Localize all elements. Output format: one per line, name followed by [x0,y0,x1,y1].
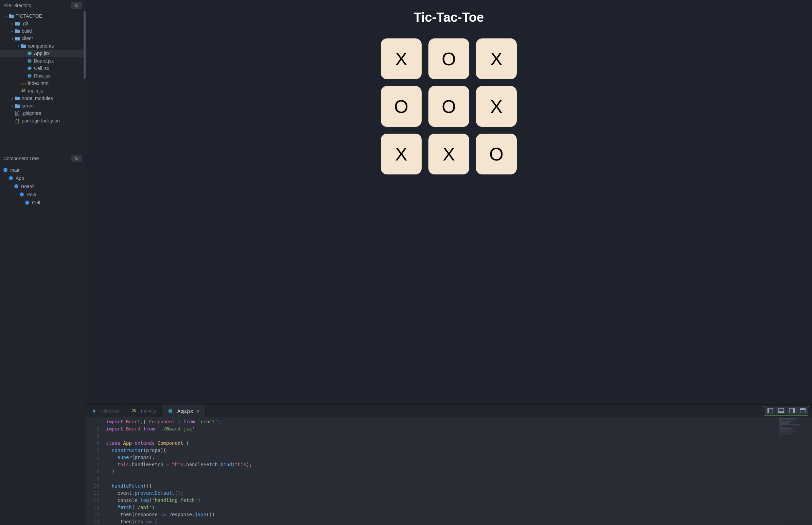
game-cell[interactable]: O [476,134,517,175]
game-cell[interactable]: X [381,39,422,79]
file-tree-item-label: Row.jsx [34,73,50,78]
js-icon: JS [20,89,27,93]
component-tree-item[interactable]: Cell [0,198,85,207]
file-tree-file[interactable]: Board.jsx [0,57,85,65]
file-tree-file[interactable]: App.jsx [0,50,85,57]
editor-section: #style.cssJSmain.jsApp.jsx✕ 123456789101… [85,404,812,525]
file-tree-folder[interactable]: node_modules [0,94,85,102]
file-tree-folder[interactable]: server [0,102,85,109]
line-number: 5 [85,447,99,454]
game-cell[interactable]: X [476,39,517,79]
component-tree-item[interactable]: Board [0,182,85,191]
line-number: 6 [85,454,99,461]
react-icon [27,51,33,56]
code-content[interactable]: import React,{ Component } from 'react';… [106,417,778,525]
react-icon [27,66,33,71]
file-tree: TICTACTOE.gitbuildclientcomponentsApp.js… [0,11,85,126]
layout-left-panel-button[interactable] [765,407,776,415]
file-tree-file[interactable]: Cell.jsx [0,65,85,72]
folder-icon [8,14,14,18]
file-tree-item-label: Cell.jsx [34,65,49,71]
file-directory-header: File Directory ↻ [0,0,85,11]
game-cell[interactable]: X [476,86,517,127]
file-tree-folder[interactable]: .git [0,20,85,27]
file-tree-item-label: .gitignore [22,110,42,116]
component-dot-icon [3,168,7,172]
file-tree-item-label: Board.jsx [34,58,54,64]
component-tree-item[interactable]: main [0,166,85,174]
code-area[interactable]: 123456789101112131415 import React,{ Com… [85,417,812,525]
scrollbar-thumb[interactable] [83,11,85,79]
close-icon[interactable]: ✕ [196,408,200,414]
editor-tab[interactable]: App.jsx✕ [162,405,205,417]
file-tree-root[interactable]: TICTACTOE [0,12,85,20]
component-tree-label: main [10,167,20,173]
sidebar: File Directory ↻ TICTACTOE.gitbuildclien… [0,0,85,525]
game-cell[interactable]: X [428,134,469,175]
svg-point-19 [170,411,171,411]
minimap[interactable] [778,417,812,525]
svg-point-12 [29,75,30,76]
file-tree-folder[interactable]: components [0,42,85,50]
file-tree-item-label: client [22,36,33,41]
hash-icon: # [91,408,97,414]
component-tree: mainAppBoardRowCell [0,164,85,525]
line-number: 2 [85,425,99,433]
layout-right-panel-button[interactable] [786,407,797,415]
tab-bar: #style.cssJSmain.jsApp.jsx✕ [85,405,812,417]
file-icon [14,111,20,116]
editor-tab[interactable]: #style.css [85,405,125,417]
line-number: 13 [85,504,99,511]
folder-icon [20,44,27,48]
file-tree-item-label: App.jsx [34,51,50,56]
game-cell[interactable]: O [381,86,422,127]
layout-bottom-panel-button[interactable] [776,407,786,415]
file-tree-item-label: .git [22,21,28,26]
file-tree-item-label: components [28,43,54,49]
line-number: 15 [85,518,99,525]
chevron-down-icon [4,14,8,18]
svg-point-8 [29,68,30,69]
component-tree-item[interactable]: App [0,174,85,182]
js-icon: JS [131,409,137,413]
file-tree-folder[interactable]: build [0,27,85,35]
chevron-right-icon [10,29,14,33]
file-tree-file[interactable]: JSmain.js [0,87,85,94]
line-number: 10 [85,482,99,490]
file-tree-root-label: TICTACTOE [16,13,42,19]
bottom-panel-icon [778,408,784,413]
component-tree-label: Row [27,192,36,197]
refresh-button[interactable]: ↻ [71,155,82,162]
line-number: 11 [85,490,99,497]
line-gutter: 123456789101112131415 [85,417,106,525]
file-tree-file[interactable]: <>index.html [0,79,85,87]
minimap-content [779,418,811,442]
component-dot-icon [14,184,18,189]
file-tree-item-label: index.html [28,80,50,86]
line-number: 1 [85,418,99,425]
file-tree-file[interactable]: { }package-lock.json [0,117,85,124]
chevron-right-icon [10,96,14,100]
editor-tab-label: App.jsx [177,408,193,414]
file-tree-folder[interactable]: client [0,35,85,42]
file-tree-item-label: main.js [28,88,43,93]
chevron-right-icon [10,22,14,26]
editor-tab-label: style.css [101,408,120,414]
folder-icon [14,36,20,41]
layout-full-button[interactable] [797,407,808,415]
preview-title: Tic-Tac-Toe [414,10,484,25]
main-area: Tic-Tac-Toe XOXOOXXXO #style.cssJSmain.j… [85,0,812,525]
file-tree-file[interactable]: .gitignore [0,109,85,117]
game-cell[interactable]: X [381,134,422,175]
game-cell[interactable]: O [428,86,469,127]
line-number: 4 [85,440,99,447]
file-tree-file[interactable]: Row.jsx [0,72,85,79]
component-tree-item[interactable]: Row [0,191,85,198]
svg-point-0 [29,53,30,54]
preview-pane: Tic-Tac-Toe XOXOOXXXO [85,0,812,404]
file-tree-item-label: package-lock.json [22,118,60,123]
editor-tab[interactable]: JSmain.js [125,405,162,417]
refresh-button[interactable]: ↻ [71,2,82,9]
game-cell[interactable]: O [428,39,469,79]
game-board: XOXOOXXXO [381,39,517,175]
